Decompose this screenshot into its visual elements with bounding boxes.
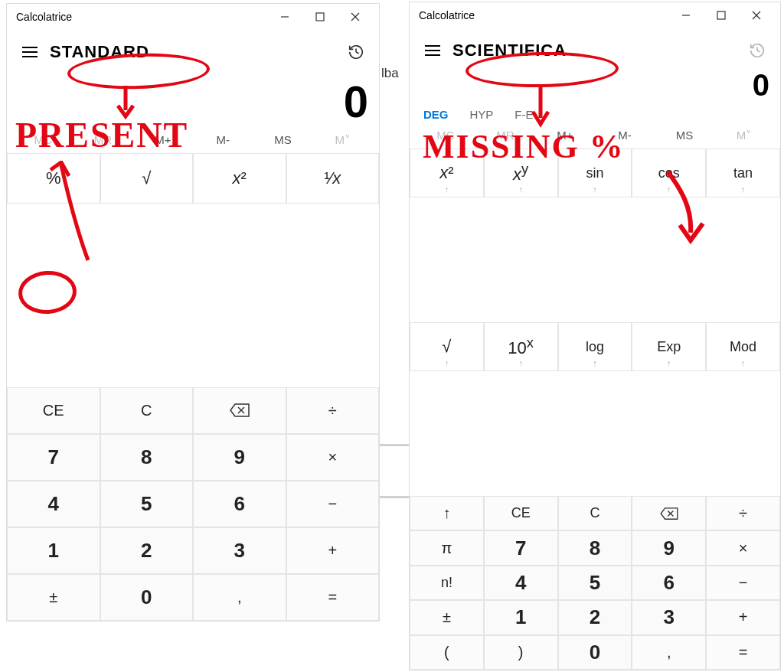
digit-6[interactable]: 6 bbox=[193, 481, 286, 527]
sqrt-button[interactable]: √ bbox=[100, 153, 194, 204]
svg-line-8 bbox=[356, 52, 359, 54]
hyp-button[interactable]: HYP bbox=[470, 108, 494, 121]
mem-mminus[interactable]: M- bbox=[193, 133, 253, 147]
keypad: ↑ CE C ÷ π 7 8 9 × n! 4 5 6 − ± 1 2 3 + … bbox=[410, 496, 780, 670]
digit-7[interactable]: 7 bbox=[484, 530, 558, 565]
mem-ms[interactable]: MS bbox=[253, 133, 312, 147]
divide-button[interactable]: ÷ bbox=[706, 496, 780, 530]
minimize-button[interactable] bbox=[267, 5, 302, 28]
lparen-button[interactable]: ( bbox=[410, 635, 484, 670]
svg-line-19 bbox=[757, 51, 760, 52]
header: STANDARD bbox=[7, 30, 379, 70]
fe-button[interactable]: F-E bbox=[514, 108, 533, 121]
tan-button[interactable]: tan↑ bbox=[706, 148, 780, 197]
digit-9[interactable]: 9 bbox=[193, 434, 286, 481]
multiply-button[interactable]: × bbox=[286, 434, 380, 481]
minimize-button[interactable] bbox=[668, 4, 704, 27]
x-squared-button[interactable]: x²↑ bbox=[410, 148, 484, 197]
digit-9[interactable]: 9 bbox=[632, 530, 706, 565]
digit-0[interactable]: 0 bbox=[100, 574, 194, 621]
memory-row: MC MR M+ M- MS M˅ bbox=[7, 130, 379, 153]
equals-button[interactable]: = bbox=[286, 574, 380, 621]
titlebar: Calcolatrice bbox=[410, 2, 780, 28]
digit-3[interactable]: 3 bbox=[632, 600, 706, 634]
digit-5[interactable]: 5 bbox=[558, 566, 632, 600]
mem-ms[interactable]: MS bbox=[655, 129, 714, 142]
maximize-button[interactable] bbox=[302, 5, 338, 28]
display: 0 bbox=[7, 70, 379, 130]
window-title: Calcolatrice bbox=[16, 11, 267, 23]
pi-button[interactable]: π bbox=[410, 530, 484, 565]
history-button[interactable] bbox=[341, 37, 371, 67]
decimal-button[interactable]: , bbox=[632, 635, 706, 670]
plus-minus-button[interactable]: ± bbox=[410, 600, 484, 634]
factorial-button[interactable]: n! bbox=[410, 566, 484, 600]
exp-button[interactable]: Exp↑ bbox=[632, 322, 706, 371]
mem-list[interactable]: M˅ bbox=[313, 133, 373, 147]
c-button[interactable]: C bbox=[558, 496, 632, 530]
angle-mode-row: DEG HYP F-E bbox=[410, 106, 780, 126]
subtract-button[interactable]: − bbox=[706, 566, 780, 600]
plus-minus-button[interactable]: ± bbox=[7, 574, 100, 621]
mem-mplus[interactable]: M+ bbox=[535, 129, 595, 142]
digit-7[interactable]: 7 bbox=[7, 434, 100, 481]
digit-4[interactable]: 4 bbox=[7, 481, 100, 527]
ten-power-x-button[interactable]: 10x↑ bbox=[484, 322, 558, 371]
percent-button[interactable]: % bbox=[7, 153, 100, 204]
mem-mc[interactable]: MC bbox=[13, 133, 73, 147]
mem-mc[interactable]: MC bbox=[416, 129, 475, 142]
ce-button[interactable]: CE bbox=[484, 496, 558, 530]
decimal-button[interactable]: , bbox=[193, 574, 286, 621]
scientific-calculator-window: Calcolatrice SCIENTIFICA 0 DEG HYP F-E M… bbox=[409, 2, 781, 670]
multiply-button[interactable]: × bbox=[706, 530, 780, 565]
reciprocal-button[interactable]: ¹⁄x bbox=[286, 153, 380, 204]
digit-3[interactable]: 3 bbox=[193, 527, 286, 574]
digit-2[interactable]: 2 bbox=[558, 600, 632, 634]
digit-5[interactable]: 5 bbox=[100, 481, 194, 527]
mem-mminus[interactable]: M- bbox=[595, 129, 655, 142]
sin-button[interactable]: sin↑ bbox=[558, 148, 632, 197]
digit-1[interactable]: 1 bbox=[484, 600, 558, 634]
digit-2[interactable]: 2 bbox=[100, 527, 194, 574]
mem-mplus[interactable]: M+ bbox=[133, 133, 193, 147]
shift-up-button[interactable]: ↑ bbox=[410, 496, 484, 530]
maximize-button[interactable] bbox=[704, 4, 739, 27]
equals-button[interactable]: = bbox=[706, 635, 780, 670]
cos-button[interactable]: cos↑ bbox=[632, 148, 706, 197]
history-button[interactable] bbox=[742, 35, 773, 66]
backspace-button[interactable] bbox=[632, 496, 706, 530]
close-button[interactable] bbox=[338, 5, 373, 28]
divide-button[interactable]: ÷ bbox=[286, 387, 380, 434]
mem-mr[interactable]: MR bbox=[475, 129, 535, 142]
svg-rect-1 bbox=[316, 13, 324, 21]
function-row: % √ x² ¹⁄x bbox=[7, 153, 379, 387]
backspace-button[interactable] bbox=[193, 387, 286, 434]
close-button[interactable] bbox=[739, 4, 774, 27]
menu-button[interactable] bbox=[15, 37, 45, 67]
mem-mr[interactable]: MR bbox=[73, 133, 132, 147]
svg-rect-12 bbox=[717, 11, 725, 19]
fn-row-1: x²↑ xy↑ sin↑ cos↑ tan↑ bbox=[410, 148, 780, 322]
mod-button[interactable]: Mod↑ bbox=[706, 322, 780, 371]
add-button[interactable]: + bbox=[286, 527, 380, 574]
subtract-button[interactable]: − bbox=[286, 481, 380, 527]
digit-1[interactable]: 1 bbox=[7, 527, 100, 574]
square-button[interactable]: x² bbox=[193, 153, 286, 204]
add-button[interactable]: + bbox=[706, 600, 780, 634]
rparen-button[interactable]: ) bbox=[484, 635, 558, 670]
menu-button[interactable] bbox=[417, 35, 448, 66]
mem-list[interactable]: M˅ bbox=[714, 129, 774, 142]
deg-button[interactable]: DEG bbox=[423, 108, 449, 121]
x-power-y-button[interactable]: xy↑ bbox=[484, 148, 558, 197]
digit-4[interactable]: 4 bbox=[484, 566, 558, 600]
digit-0[interactable]: 0 bbox=[558, 635, 632, 670]
digit-6[interactable]: 6 bbox=[632, 566, 706, 600]
digit-8[interactable]: 8 bbox=[100, 434, 194, 481]
sqrt-button[interactable]: √↑ bbox=[410, 322, 484, 371]
background-line-2 bbox=[378, 496, 410, 498]
ce-button[interactable]: CE bbox=[7, 387, 100, 434]
c-button[interactable]: C bbox=[100, 387, 194, 434]
digit-8[interactable]: 8 bbox=[558, 530, 632, 565]
reciprocal-label: ¹⁄x bbox=[324, 168, 341, 188]
log-button[interactable]: log↑ bbox=[558, 322, 632, 371]
